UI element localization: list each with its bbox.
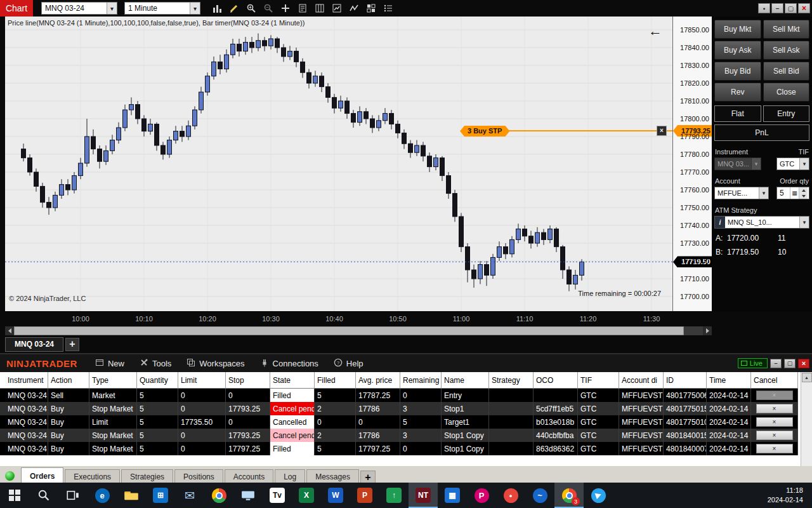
rev-button[interactable]: Rev <box>714 83 761 102</box>
task-view-icon[interactable] <box>58 483 88 508</box>
sell-bid-button[interactable]: Sell Bid <box>763 62 810 81</box>
scrollbar-right-arrow-icon[interactable] <box>703 326 712 335</box>
table-vertical-scrollbar[interactable] <box>801 372 812 466</box>
zoom-in-icon[interactable] <box>246 3 257 14</box>
maximize-icon[interactable] <box>785 3 797 13</box>
buy-ask-button[interactable]: Buy Ask <box>714 41 761 60</box>
scroll-up-icon[interactable] <box>802 373 812 382</box>
interval-dropdown[interactable]: 1 Minute <box>124 2 200 15</box>
cancel-order-button[interactable]: × <box>756 404 793 413</box>
maximize-icon[interactable] <box>784 359 796 368</box>
column-header[interactable]: Name <box>442 372 489 389</box>
quantity-stepper[interactable]: 5 <box>776 187 809 199</box>
table-row[interactable]: MNQ 03-24BuyStop Market5017793.25Cancel … <box>0 402 812 415</box>
close-icon[interactable] <box>798 359 809 368</box>
cancel-order-button[interactable]: × <box>756 444 793 453</box>
menu-workspaces[interactable]: Workspaces <box>179 354 252 372</box>
chrome-badge-icon[interactable]: 3 <box>554 483 584 508</box>
mail-icon[interactable]: ✉ <box>175 483 204 508</box>
add-icon[interactable] <box>280 3 291 14</box>
list-icon[interactable] <box>383 3 394 14</box>
atm-strategy-select[interactable]: MNQ SL_10... <box>714 216 809 229</box>
column-header[interactable]: State <box>270 372 315 389</box>
messenger-icon[interactable] <box>584 483 613 508</box>
search-icon[interactable] <box>29 483 58 508</box>
add-tab-button[interactable] <box>360 471 376 484</box>
taskbar-clock[interactable]: 11:18 2024-02-14 <box>768 483 812 508</box>
menu-help[interactable]: ?Help <box>326 354 371 372</box>
word-icon[interactable]: W <box>321 483 350 508</box>
column-header[interactable]: Stop <box>226 372 270 389</box>
bar-type-icon[interactable] <box>211 3 223 14</box>
menu-connections[interactable]: Connections <box>252 354 326 372</box>
tab-positions[interactable]: Positions <box>174 469 223 484</box>
qty-spinner[interactable] <box>799 187 808 199</box>
start-button[interactable] <box>0 483 29 508</box>
calculator-icon[interactable]: ▦ <box>438 483 467 508</box>
column-header[interactable]: ID <box>664 372 707 389</box>
file-explorer-icon[interactable] <box>117 483 146 508</box>
column-header[interactable]: Action <box>48 372 89 389</box>
browser-icon[interactable]: ~ <box>525 483 554 508</box>
table-row[interactable]: MNQ 03-24SellMarket500Filled517787.250En… <box>0 389 812 402</box>
tif-select[interactable]: GTC <box>776 157 809 170</box>
buy-stop-order-marker[interactable]: 3 Buy STP <box>460 126 509 137</box>
columns-icon[interactable] <box>314 3 325 14</box>
column-header[interactable]: Type <box>89 372 137 389</box>
tab-executions[interactable]: Executions <box>65 469 120 484</box>
price-axis[interactable]: 17793.25 17719.50 17850.0017840.0017830.… <box>672 17 712 311</box>
tab-orders[interactable]: Orders <box>21 467 63 484</box>
flat-button[interactable]: Flat <box>714 105 761 122</box>
publish-icon[interactable]: ↑ <box>379 483 409 508</box>
pnl-button[interactable]: PnL <box>714 124 809 141</box>
screen-share-icon[interactable] <box>233 483 263 508</box>
zoom-out-icon[interactable] <box>263 3 274 14</box>
scroll-left-arrow-icon[interactable]: ← <box>648 23 662 39</box>
column-header[interactable]: Strategy <box>489 372 534 389</box>
qty-pad-icon[interactable] <box>790 187 799 199</box>
scrollbar-thumb[interactable] <box>14 326 684 335</box>
tab-messages[interactable]: Messages <box>306 469 359 484</box>
column-header[interactable]: TIF <box>578 372 619 389</box>
report-icon[interactable] <box>297 3 308 14</box>
chart-trader-icon[interactable] <box>331 3 343 14</box>
chart-tab[interactable]: MNQ 03-24 <box>5 337 63 352</box>
menu-tools[interactable]: Tools <box>132 354 179 372</box>
instrument-dropdown[interactable]: MNQ 03-24 <box>41 2 117 15</box>
column-header[interactable]: Limit <box>178 372 226 389</box>
column-header[interactable]: Instrument <box>5 372 48 389</box>
minimize-icon[interactable] <box>771 3 783 13</box>
paint-icon[interactable]: • <box>496 483 525 508</box>
menu-new[interactable]: New <box>88 354 132 372</box>
entry-button[interactable]: Entry <box>763 105 810 122</box>
tab-log[interactable]: Log <box>275 469 305 484</box>
cancel-order-button[interactable]: × <box>756 431 793 440</box>
chart-plot-area[interactable]: Price line(MNQ 03-24 (1 Minute),100,100,… <box>5 17 672 311</box>
add-tab-button[interactable] <box>65 338 79 351</box>
column-header[interactable]: Account di <box>619 372 664 389</box>
column-header[interactable]: Avg. price <box>356 372 400 389</box>
chrome-icon[interactable] <box>204 483 233 508</box>
column-header[interactable]: Time <box>707 372 751 389</box>
zigzag-icon[interactable] <box>348 3 360 14</box>
account-select[interactable]: MFFUE... <box>714 187 769 199</box>
column-header[interactable]: Remaining <box>400 372 442 389</box>
close-icon[interactable] <box>798 3 810 13</box>
store-icon[interactable]: ⊞ <box>146 483 175 508</box>
panel-instrument-select[interactable]: MNQ 03... <box>714 157 761 170</box>
scrollbar-left-arrow-icon[interactable] <box>5 326 14 335</box>
powerpoint-icon[interactable]: P <box>350 483 379 508</box>
chart-horizontal-scrollbar[interactable] <box>5 326 712 335</box>
tab-accounts[interactable]: Accounts <box>225 469 273 484</box>
grid-icon[interactable] <box>365 3 377 14</box>
cancel-order-icon[interactable] <box>657 126 667 136</box>
tradingview-icon[interactable]: Tv <box>263 483 292 508</box>
buy-bid-button[interactable]: Buy Bid <box>714 62 761 81</box>
close-button[interactable]: Close <box>763 83 810 102</box>
minimize-icon[interactable] <box>770 359 782 368</box>
column-header[interactable]: OCO <box>534 372 578 389</box>
sell-ask-button[interactable]: Sell Ask <box>763 41 810 60</box>
table-row[interactable]: MNQ 03-24BuyStop Market5017793.25Cancel … <box>0 429 812 442</box>
excel-icon[interactable]: X <box>292 483 321 508</box>
candlestick-chart[interactable] <box>5 17 672 311</box>
